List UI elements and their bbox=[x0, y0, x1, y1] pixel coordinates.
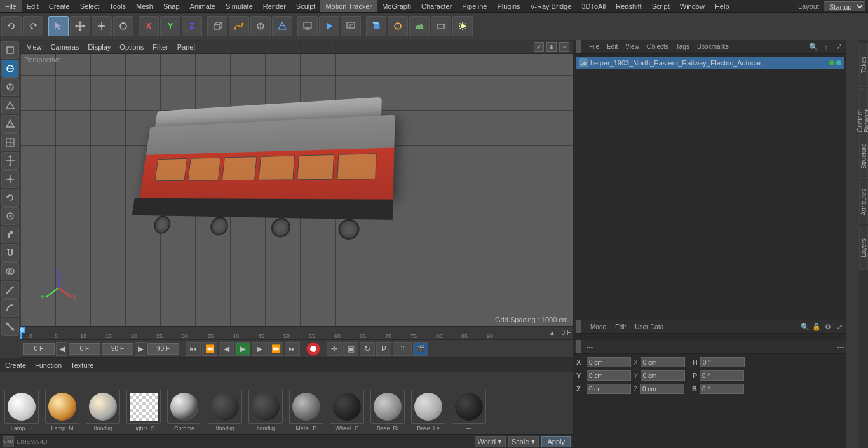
mat-menu-create[interactable]: Create bbox=[3, 362, 29, 369]
vp-settings-btn[interactable]: ≡ bbox=[559, 42, 569, 52]
menu-select[interactable]: Select bbox=[75, 0, 105, 12]
cube-obj-btn[interactable] bbox=[366, 16, 386, 36]
attr-h-val[interactable] bbox=[700, 357, 745, 367]
attr-z-pos[interactable] bbox=[587, 384, 631, 394]
menu-simulate[interactable]: Simulate bbox=[220, 0, 258, 12]
mat-item-wheel[interactable]: Wheel_C bbox=[328, 390, 366, 431]
boolean-tool[interactable] bbox=[1, 262, 19, 280]
pb-mode-cycle[interactable]: ↻ bbox=[360, 342, 375, 356]
render-settings-btn[interactable] bbox=[341, 16, 361, 36]
undo-button[interactable] bbox=[1, 16, 22, 36]
menu-character[interactable]: Character bbox=[416, 0, 457, 12]
z-axis-btn[interactable]: Z bbox=[182, 16, 202, 36]
menu-animate[interactable]: Animate bbox=[185, 0, 220, 12]
mat-item-base-ri[interactable]: Base_Ri bbox=[369, 390, 407, 431]
pb-mode-cross[interactable]: ✛ bbox=[327, 342, 342, 356]
pb-arrow-left-input[interactable]: ◀ bbox=[56, 342, 67, 356]
tab-content-browser[interactable]: Content Browser bbox=[859, 88, 868, 133]
pb-goto-start[interactable]: ⏮ bbox=[186, 342, 201, 356]
pb-film-btn[interactable]: 🎬 bbox=[413, 342, 428, 356]
rp-btn-tags[interactable]: Tags bbox=[674, 43, 692, 50]
mat-item-metal[interactable]: Metal_D bbox=[287, 390, 325, 431]
mode-edge[interactable] bbox=[1, 97, 19, 114]
spline-btn[interactable] bbox=[229, 16, 249, 36]
scene-item-train[interactable]: Lo helper_1903_North_Eastern_Railway_Ele… bbox=[576, 57, 844, 69]
tool-move[interactable] bbox=[1, 152, 19, 170]
nurbs-btn[interactable] bbox=[250, 16, 271, 36]
mat-menu-function[interactable]: Function bbox=[32, 362, 64, 369]
rp-expand-icon[interactable]: ⤢ bbox=[834, 42, 844, 52]
vp-menu-options[interactable]: Options bbox=[117, 43, 146, 51]
vp-expand-btn[interactable]: ⤢ bbox=[534, 42, 544, 52]
mat-item-flood2[interactable]: floodlig bbox=[206, 390, 244, 431]
scale-dropdown[interactable]: Scale ▼ bbox=[508, 436, 539, 447]
pb-current-frame[interactable] bbox=[69, 343, 100, 355]
menu-create[interactable]: Create bbox=[44, 0, 75, 12]
menu-motion-tracker[interactable]: Motion Tracker bbox=[320, 0, 377, 12]
paint-tool[interactable] bbox=[1, 226, 19, 243]
tool-rotate[interactable] bbox=[1, 189, 19, 207]
mat-item-base-le[interactable]: Base_Le bbox=[409, 390, 447, 431]
attr-b-val[interactable] bbox=[700, 384, 744, 394]
snap-enable[interactable] bbox=[1, 207, 19, 225]
pb-goto-end[interactable]: ⏭ bbox=[285, 342, 300, 356]
pb-prev-frame[interactable]: ◀ bbox=[219, 342, 234, 356]
menu-tools[interactable]: Tools bbox=[104, 0, 131, 12]
pb-play[interactable]: ▶ bbox=[235, 342, 250, 356]
menu-sculpt[interactable]: Sculpt bbox=[291, 0, 321, 12]
attr-x-size[interactable] bbox=[641, 357, 685, 367]
rp-btn-edit[interactable]: Edit bbox=[604, 43, 620, 50]
menu-vray[interactable]: V-Ray Bridge bbox=[526, 0, 577, 12]
rp-expand2-icon[interactable]: ⤢ bbox=[835, 322, 844, 331]
vp-axes-btn[interactable]: ⊕ bbox=[546, 42, 557, 52]
pb-start-frame[interactable] bbox=[23, 343, 55, 355]
mat-item-flood1[interactable]: floodlig bbox=[84, 390, 122, 431]
tool-scale[interactable] bbox=[1, 170, 19, 188]
move-tool[interactable] bbox=[70, 16, 90, 36]
mat-item-chrome[interactable]: Chrome bbox=[165, 390, 203, 431]
mode-point[interactable] bbox=[1, 78, 19, 96]
mat-item-lights[interactable]: Lights_S bbox=[125, 390, 163, 431]
magnet-tool[interactable] bbox=[1, 244, 19, 262]
menu-pipeline[interactable]: Pipeline bbox=[457, 0, 492, 12]
layout-select[interactable]: Startup bbox=[824, 1, 865, 11]
pb-dots[interactable]: ⠿ bbox=[393, 342, 412, 356]
timeline-ruler[interactable]: 0 0 5 10 15 20 25 30 35 40 45 50 55 60 6… bbox=[20, 326, 573, 340]
menu-file[interactable]: File bbox=[0, 0, 22, 12]
x-axis-btn[interactable]: X bbox=[139, 16, 159, 36]
rp-btn-bookmarks[interactable]: Bookmarks bbox=[695, 43, 731, 50]
y-axis-btn[interactable]: Y bbox=[160, 16, 180, 36]
rp-userdata-btn[interactable]: User Data bbox=[632, 323, 666, 330]
vp-menu-panel[interactable]: Panel bbox=[175, 43, 198, 51]
mat-menu-texture[interactable]: Texture bbox=[68, 362, 96, 369]
mat-item-lamp-li[interactable]: Lamp_Li bbox=[3, 390, 41, 431]
camera-btn[interactable] bbox=[431, 16, 451, 36]
menu-mograph[interactable]: MoGraph bbox=[377, 0, 416, 12]
vp-menu-view[interactable]: View bbox=[24, 43, 44, 51]
mode-uvw[interactable] bbox=[1, 133, 19, 151]
subdivide-btn[interactable] bbox=[272, 16, 292, 36]
menu-mesh[interactable]: Mesh bbox=[131, 0, 158, 12]
world-dropdown[interactable]: World ▼ bbox=[475, 436, 506, 447]
rp-btn-objects[interactable]: Objects bbox=[644, 43, 671, 50]
menu-window[interactable]: Window bbox=[675, 0, 710, 12]
vp-menu-filter[interactable]: Filter bbox=[150, 43, 170, 51]
menu-edit[interactable]: Edit bbox=[22, 0, 44, 12]
rp-btn-view[interactable]: View bbox=[623, 43, 642, 50]
menu-render[interactable]: Render bbox=[258, 0, 291, 12]
mode-model[interactable] bbox=[1, 41, 19, 59]
bend-tool[interactable] bbox=[1, 299, 19, 317]
light-btn[interactable] bbox=[452, 16, 473, 36]
timeline-cursor[interactable]: 0 bbox=[20, 327, 22, 339]
rp-lock-icon[interactable]: 🔒 bbox=[812, 322, 821, 331]
viewport[interactable]: View Cameras Display Options Filter Pane… bbox=[20, 40, 573, 326]
pb-right-frame[interactable] bbox=[147, 343, 179, 355]
rp-edit-btn[interactable]: Edit bbox=[613, 323, 628, 330]
menu-help[interactable]: Help bbox=[710, 0, 735, 12]
pb-next-frame[interactable]: ▶ bbox=[252, 342, 267, 356]
mat-item-lamp-m[interactable]: Lamp_M bbox=[43, 390, 81, 431]
knife-tool[interactable] bbox=[1, 281, 19, 299]
pb-end-frame[interactable] bbox=[102, 343, 133, 355]
redo-button[interactable] bbox=[23, 16, 43, 36]
terrain-btn[interactable] bbox=[409, 16, 430, 36]
